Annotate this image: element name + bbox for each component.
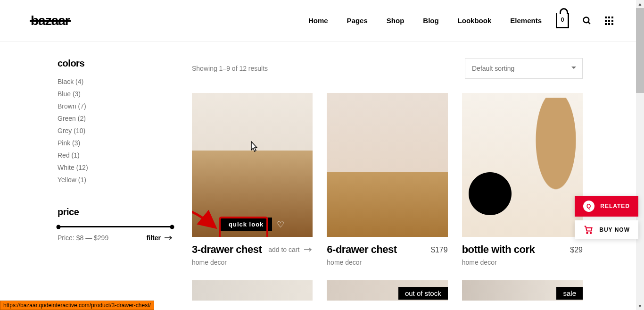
svg-point-0 <box>584 17 589 23</box>
scroll-up-arrow[interactable]: ▲ <box>636 0 644 8</box>
color-filter-yellow[interactable]: Yellow (1) <box>58 174 173 186</box>
add-to-cart-label: add to cart <box>268 246 299 253</box>
product-category[interactable]: home decor <box>327 259 396 266</box>
color-filter-brown[interactable]: Brown (7) <box>58 100 173 112</box>
color-filter-list: Black (4) Blue (3) Brown (7) Green (2) G… <box>58 75 173 186</box>
product-card[interactable] <box>192 280 313 301</box>
svg-rect-4 <box>611 17 613 18</box>
product-image[interactable] <box>192 280 313 301</box>
related-widget[interactable]: Q RELATED <box>575 196 638 217</box>
product-price: $179 <box>431 246 448 254</box>
site-header: bazaar Home Pages Shop Blog Lookbook Ele… <box>0 0 644 42</box>
product-image[interactable] <box>462 93 583 237</box>
svg-rect-8 <box>605 23 607 25</box>
quick-look-button[interactable]: quick look <box>220 218 272 231</box>
product-image[interactable]: out of stock <box>327 280 447 301</box>
sale-badge: sale <box>556 287 583 300</box>
nav-blog[interactable]: Blog <box>423 17 438 25</box>
product-category[interactable]: home decor <box>462 259 535 266</box>
sort-select[interactable]: Default sorting <box>465 58 583 79</box>
product-title[interactable]: 6-drawer chest <box>327 243 396 256</box>
mouse-cursor-icon <box>248 141 258 153</box>
arrow-right-icon <box>165 235 173 240</box>
price-heading: price <box>58 207 173 218</box>
qode-logo-icon: Q <box>583 201 594 212</box>
viewport-scrollbar[interactable]: ▲ ▼ <box>636 0 644 301</box>
svg-rect-7 <box>611 20 613 22</box>
product-image[interactable] <box>327 93 447 237</box>
product-card[interactable]: 6-drawer chest home decor $179 <box>327 93 447 266</box>
buy-now-widget[interactable]: BUY NOW <box>575 220 638 239</box>
float-widgets: Q RELATED BUY NOW <box>575 196 638 239</box>
sort-dropdown[interactable]: Default sorting <box>465 58 583 79</box>
arrow-right-icon <box>304 247 313 252</box>
price-slider-max-handle[interactable] <box>170 225 174 229</box>
app-grid-icon[interactable] <box>605 17 613 25</box>
color-filter-white[interactable]: White (12) <box>58 161 173 174</box>
sidebar: colors Black (4) Blue (3) Brown (7) Gree… <box>58 58 173 301</box>
product-image[interactable]: quick look ♡ <box>192 93 313 237</box>
search-icon[interactable] <box>582 16 592 25</box>
primary-nav: Home Pages Shop Blog Lookbook Elements <box>308 17 542 25</box>
results-count: Showing 1–9 of 12 results <box>192 65 268 72</box>
buy-now-label: BUY NOW <box>599 226 630 233</box>
add-to-cart-link[interactable]: add to cart <box>268 246 313 253</box>
product-title[interactable]: bottle with cork <box>462 243 535 256</box>
product-card[interactable]: out of stock <box>327 280 447 301</box>
product-card[interactable]: quick look ♡ 3-drawer chest home decor <box>192 93 313 266</box>
colors-heading: colors <box>58 58 173 69</box>
nav-lookbook[interactable]: Lookbook <box>458 17 492 25</box>
svg-rect-5 <box>605 20 607 22</box>
product-category[interactable]: home decor <box>192 259 262 266</box>
site-logo[interactable]: bazaar <box>31 13 70 28</box>
svg-point-13 <box>586 232 588 234</box>
product-card[interactable]: sale <box>462 280 583 301</box>
color-filter-black[interactable]: Black (4) <box>58 75 173 88</box>
cart-red-icon <box>583 225 594 235</box>
main-content: Showing 1–9 of 12 results Default sortin… <box>192 58 583 301</box>
out-of-stock-badge: out of stock <box>398 287 448 300</box>
nav-pages[interactable]: Pages <box>347 17 368 25</box>
scroll-thumb[interactable] <box>636 8 644 93</box>
price-slider-min-handle[interactable] <box>57 225 61 229</box>
product-card[interactable]: bottle with cork home decor $29 <box>462 93 583 266</box>
nav-home[interactable]: Home <box>308 17 328 25</box>
cart-count: 0 <box>557 17 568 23</box>
related-label: RELATED <box>600 203 630 209</box>
nav-shop[interactable]: Shop <box>387 17 405 25</box>
svg-rect-9 <box>608 23 610 25</box>
svg-rect-2 <box>605 17 607 18</box>
nav-elements[interactable]: Elements <box>510 17 542 25</box>
color-filter-grey[interactable]: Grey (10) <box>58 125 173 137</box>
color-filter-blue[interactable]: Blue (3) <box>58 88 173 100</box>
color-filter-red[interactable]: Red (1) <box>58 149 173 161</box>
svg-point-14 <box>590 232 592 234</box>
color-filter-green[interactable]: Green (2) <box>58 112 173 125</box>
svg-line-1 <box>588 22 590 24</box>
wishlist-heart-icon[interactable]: ♡ <box>277 219 284 230</box>
svg-rect-3 <box>608 17 610 18</box>
color-filter-pink[interactable]: Pink (3) <box>58 137 173 149</box>
product-image[interactable]: sale <box>462 280 583 301</box>
filter-button[interactable]: filter <box>147 234 173 242</box>
cart-icon[interactable]: 0 <box>556 13 569 28</box>
price-range-label: Price: $8 — $299 <box>58 234 108 242</box>
svg-rect-10 <box>611 23 613 25</box>
svg-rect-6 <box>608 20 610 22</box>
filter-button-label: filter <box>147 234 161 242</box>
product-price: $29 <box>570 246 583 254</box>
product-title[interactable]: 3-drawer chest <box>192 243 262 256</box>
price-slider[interactable] <box>58 226 172 227</box>
